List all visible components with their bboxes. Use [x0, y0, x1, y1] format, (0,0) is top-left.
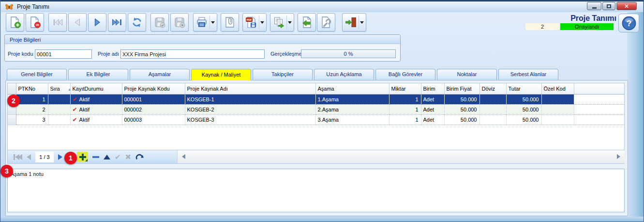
- cell-tutar[interactable]: 50.000: [506, 94, 541, 104]
- table-row-selected[interactable]: 1 ✔Aktif 000001 KOSGEB-1 1.Aşama 1 Adet …: [8, 94, 624, 104]
- cell-doviz[interactable]: [479, 104, 506, 114]
- last-record-button[interactable]: [108, 13, 126, 32]
- column-header-kayit-durumu[interactable]: KayıtDurumu: [70, 83, 122, 94]
- edit-row-button[interactable]: [104, 152, 110, 162]
- cell-kaynak-kodu[interactable]: 000002: [122, 104, 185, 114]
- help-button[interactable]: ?: [618, 14, 639, 32]
- copy-record-button[interactable]: [270, 13, 294, 32]
- save-record-button[interactable]: [150, 13, 169, 32]
- exit-dropdown[interactable]: [359, 16, 365, 29]
- export-pdf-dropdown[interactable]: [259, 16, 265, 29]
- column-header-sira[interactable]: Sıra▲: [48, 83, 70, 94]
- scroll-left-icon[interactable]: [182, 154, 185, 159]
- cell-miktar[interactable]: 1: [389, 114, 421, 125]
- column-header-ozel-kod[interactable]: Özel Kod: [541, 83, 574, 94]
- delete-row-button[interactable]: [92, 152, 99, 162]
- cell-asama[interactable]: 3.Aşama: [315, 114, 389, 125]
- cell-ozel-kod[interactable]: [541, 94, 574, 104]
- tab-serbest-alanlar[interactable]: Serbest Alanlar: [498, 69, 558, 80]
- column-header-birim-fiyat[interactable]: Birim Fiyat: [444, 83, 479, 94]
- new-record-button[interactable]: [6, 13, 24, 32]
- cell-birim-fiyat[interactable]: 50.000: [444, 104, 479, 114]
- project-code-input[interactable]: [35, 49, 92, 59]
- cell-miktar[interactable]: 1: [389, 94, 421, 104]
- cell-kaynak-adi[interactable]: KOSGEB-2: [185, 104, 315, 114]
- cell-asama[interactable]: 2.Aşama: [315, 104, 389, 114]
- cell-doviz[interactable]: [479, 94, 506, 104]
- cancel-save-button[interactable]: [170, 13, 189, 32]
- cell-kaynak-adi[interactable]: KOSGEB-1: [185, 94, 315, 104]
- attachments-button[interactable]: [221, 13, 239, 32]
- cell-ptkno[interactable]: 2: [16, 104, 48, 114]
- cell-birim[interactable]: Adet: [421, 114, 444, 125]
- cell-sira[interactable]: [48, 114, 70, 125]
- exit-button[interactable]: [342, 13, 366, 32]
- cell-doviz[interactable]: [479, 114, 506, 125]
- cell-ptkno[interactable]: 1: [16, 94, 48, 104]
- cell-birim-fiyat[interactable]: 50.000: [444, 114, 479, 125]
- refresh-button[interactable]: [128, 13, 146, 32]
- horizontal-scrollbar[interactable]: [177, 150, 625, 163]
- cell-tutar[interactable]: 50.000: [506, 104, 541, 114]
- cell-sira[interactable]: [48, 104, 70, 114]
- cancel-row-button[interactable]: ✖: [125, 152, 132, 162]
- cell-birim[interactable]: Adet: [421, 104, 444, 114]
- column-header-doviz[interactable]: Döviz: [479, 83, 506, 94]
- delete-record-button[interactable]: [26, 13, 44, 32]
- print-dropdown[interactable]: [210, 16, 216, 29]
- post-row-button[interactable]: ✔: [115, 152, 121, 162]
- tab-noktalar[interactable]: Noktalar: [437, 69, 497, 80]
- tab-asamalar[interactable]: Aşamalar: [130, 69, 190, 80]
- copy-record-dropdown[interactable]: [286, 16, 293, 29]
- project-name-input[interactable]: [120, 49, 265, 59]
- table-row[interactable]: 3 ✔Aktif 000003 KOSGEB-3 3.Aşama 1 Adet …: [8, 114, 624, 125]
- cell-sira[interactable]: [48, 94, 70, 104]
- nav-prev-button[interactable]: [27, 152, 31, 162]
- tab-takipciler[interactable]: Takipçiler: [253, 69, 313, 80]
- cell-ptkno[interactable]: 3: [16, 114, 48, 125]
- nav-next-button[interactable]: [58, 152, 62, 162]
- cell-miktar[interactable]: 1: [389, 104, 421, 114]
- refresh-rows-button[interactable]: [135, 152, 144, 162]
- row-selector[interactable]: [8, 114, 16, 125]
- column-header-birim[interactable]: Birim: [421, 83, 444, 94]
- tab-ek-bilgiler[interactable]: Ek Bilgiler: [68, 69, 128, 80]
- stage-note-textarea[interactable]: Aşama 1 notu: [7, 169, 625, 212]
- cell-ozel-kod[interactable]: [541, 114, 574, 125]
- print-button[interactable]: [193, 13, 217, 32]
- column-header-kaynak-kodu[interactable]: Proje Kaynak Kodu: [122, 83, 185, 94]
- scroll-right-icon[interactable]: [617, 154, 620, 159]
- close-button[interactable]: ✕: [616, 2, 637, 10]
- tab-genel-bilgiler[interactable]: Genel Bilgiler: [7, 69, 67, 80]
- cell-durum[interactable]: ✔Aktif: [70, 94, 122, 104]
- column-header-tutar[interactable]: Tutar: [506, 83, 541, 94]
- add-row-button[interactable]: [77, 152, 88, 162]
- cell-durum[interactable]: ✔Aktif: [70, 114, 122, 125]
- cell-tutar[interactable]: 50.000: [506, 114, 541, 125]
- cell-ozel-kod[interactable]: [541, 104, 574, 114]
- column-header-miktar[interactable]: Miktar: [389, 83, 421, 94]
- column-header-kaynak-adi[interactable]: Proje Kaynak Adı: [185, 83, 315, 94]
- tab-kaynak-maliyet[interactable]: Kaynak / Maliyet: [191, 69, 251, 80]
- cell-durum[interactable]: ✔Aktif: [70, 104, 122, 114]
- cell-asama[interactable]: 1.Aşama: [315, 94, 389, 104]
- options-button[interactable]: [317, 13, 335, 32]
- cell-birim[interactable]: Adet: [421, 94, 444, 104]
- tab-bagli-gorevler[interactable]: Bağlı Görevler: [375, 69, 435, 80]
- first-record-button[interactable]: [48, 13, 67, 32]
- previous-record-button[interactable]: [68, 13, 87, 32]
- import-record-button[interactable]: [298, 13, 316, 32]
- column-header-ptkno[interactable]: PTKNo: [16, 83, 48, 94]
- table-row[interactable]: 2 ✔Aktif 000002 KOSGEB-2 2.Aşama 1 Adet …: [8, 104, 624, 114]
- nav-first-button[interactable]: [14, 152, 22, 162]
- cell-kaynak-kodu[interactable]: 000003: [122, 114, 185, 125]
- next-record-button[interactable]: [88, 13, 106, 32]
- titlebar[interactable]: Proje Tanımı ✕: [1, 1, 643, 12]
- cell-birim-fiyat[interactable]: 50.000: [444, 94, 479, 104]
- column-header-asama[interactable]: Aşama: [315, 83, 389, 94]
- cell-kaynak-kodu[interactable]: 000001: [122, 94, 185, 104]
- minimize-button[interactable]: [587, 2, 601, 10]
- maximize-button[interactable]: [602, 2, 615, 10]
- tab-uzun-aciklama[interactable]: Uzun Açıklama: [314, 69, 374, 80]
- export-pdf-button[interactable]: PDF: [242, 13, 267, 32]
